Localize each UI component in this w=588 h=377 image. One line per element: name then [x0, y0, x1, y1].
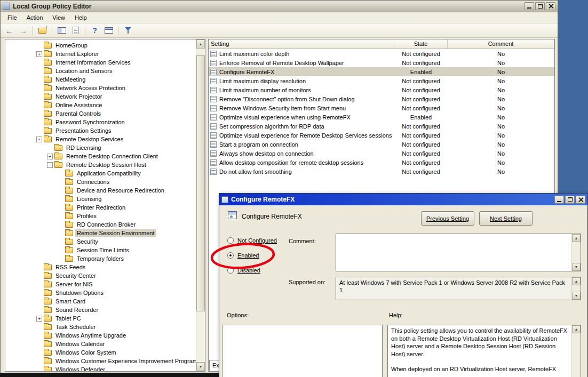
tree-item-remote-desktop-session-host[interactable]: -Remote Desktop Session Host — [5, 161, 196, 169]
folder-icon — [65, 188, 73, 194]
tree-item-internet-information-services[interactable]: Internet Information Services — [5, 58, 196, 67]
help-icon[interactable] — [89, 25, 101, 36]
column-header-state[interactable]: State — [394, 39, 448, 49]
folder-icon — [65, 196, 73, 202]
menu-help[interactable]: Help — [70, 13, 92, 22]
setting-row[interactable]: Limit maximum number of monitorsNot conf… — [209, 85, 554, 94]
next-setting-button[interactable]: Next Setting — [479, 211, 533, 226]
expand-icon[interactable]: + — [36, 51, 42, 57]
menu-view[interactable]: View — [47, 13, 70, 22]
action-pane-icon[interactable] — [102, 25, 115, 36]
forward-icon[interactable] — [17, 25, 29, 36]
tree-item-rss-feeds[interactable]: RSS Feeds — [5, 263, 196, 271]
tree-item-profiles[interactable]: Profiles — [5, 212, 196, 220]
tree-item-network-projector[interactable]: Network Projector — [5, 92, 196, 101]
setting-row[interactable]: Configure RemoteFXEnabledNo — [209, 67, 554, 76]
state-cell: Not configured — [394, 169, 448, 175]
tree-item-remote-session-environment[interactable]: Remote Session Environment — [5, 229, 196, 237]
scroll-down-icon[interactable]: ▼ — [196, 362, 205, 371]
tree-item-security-center[interactable]: Security Center — [5, 271, 196, 280]
maximize-icon[interactable] — [535, 2, 545, 10]
supported-scrollbar[interactable]: ▲ ▼ — [571, 277, 581, 300]
setting-row[interactable]: Optimize visual experience when using Re… — [209, 113, 554, 122]
tree-item-printer-redirection[interactable]: Printer Redirection — [5, 203, 196, 212]
tree-item-temporary-folders[interactable]: Temporary folders — [5, 254, 196, 263]
tree-item-rd-connection-broker[interactable]: RD Connection Broker — [5, 220, 196, 229]
filter-icon[interactable] — [122, 25, 134, 36]
tree-item-internet-explorer[interactable]: +Internet Explorer — [5, 50, 196, 58]
tree-item-location-and-sensors[interactable]: Location and Sensors — [5, 67, 196, 75]
comment-scrollbar[interactable]: ▲ ▼ — [571, 234, 581, 271]
collapse-icon[interactable]: - — [36, 137, 42, 142]
window-titlebar[interactable]: Local Group Policy Editor — [1, 1, 558, 12]
setting-row[interactable]: Limit maximum color depthNot configuredN… — [209, 49, 554, 58]
comment-textarea[interactable]: ▲ ▼ — [336, 234, 581, 271]
scroll-up-icon[interactable]: ▲ — [572, 277, 581, 285]
previous-setting-button[interactable]: Previous Setting — [421, 211, 474, 226]
tree-item-task-scheduler[interactable]: Task Scheduler — [5, 323, 196, 331]
column-header-setting[interactable]: Setting — [209, 39, 394, 49]
scroll-up-icon[interactable]: ▲ — [572, 234, 581, 242]
tree-item-windows-defender[interactable]: Windows Defender — [5, 365, 196, 371]
dialog-close-icon[interactable] — [576, 196, 585, 204]
tree-item-presentation-settings[interactable]: Presentation Settings — [5, 126, 196, 135]
tree-item-remote-desktop-connection-client[interactable]: +Remote Desktop Connection Client — [5, 152, 196, 161]
tree-item-online-assistance[interactable]: Online Assistance — [5, 101, 196, 109]
dialog-titlebar[interactable]: Configure RemoteFX — [219, 194, 587, 205]
tree-item-sound-recorder[interactable]: Sound Recorder — [5, 306, 196, 314]
tree-item-smart-card[interactable]: Smart Card — [5, 297, 196, 306]
setting-row[interactable]: Do not allow font smoothingNot configure… — [209, 167, 554, 176]
setting-row[interactable]: Always show desktop on connectionNot con… — [209, 149, 554, 158]
tree-item-session-time-limits[interactable]: Session Time Limits — [5, 246, 196, 254]
expand-icon[interactable]: + — [36, 316, 42, 322]
action-pane-glyph — [105, 27, 113, 34]
console-tree-icon[interactable] — [55, 25, 68, 36]
tree-scrollbar[interactable]: ▲ ▼ — [196, 39, 205, 371]
tree-item-netmeeting[interactable]: NetMeeting — [5, 75, 196, 84]
tree-item-homegroup[interactable]: HomeGroup — [5, 41, 196, 50]
tree-item-security[interactable]: Security — [5, 237, 196, 246]
setting-row[interactable]: Enforce Removal of Remote Desktop Wallpa… — [209, 58, 554, 67]
menu-action[interactable]: Action — [22, 13, 48, 22]
scroll-up-icon[interactable]: ▲ — [572, 325, 581, 333]
dialog-minimize-icon[interactable] — [554, 196, 564, 204]
tree-item-parental-controls[interactable]: Parental Controls — [5, 109, 196, 118]
scrollbar-thumb[interactable] — [196, 55, 205, 311]
tree-item-remote-desktop-services[interactable]: -Remote Desktop Services — [5, 135, 196, 143]
tree-item-windows-calendar[interactable]: Windows Calendar — [5, 340, 196, 348]
setting-row[interactable]: Limit maximum display resolutionNot conf… — [209, 76, 554, 85]
tree-item-application-compatibility[interactable]: Application Compatibility — [5, 169, 196, 178]
tree-item-server-for-nis[interactable]: Server for NIS — [5, 280, 196, 288]
tree-item-windows-anytime-upgrade[interactable]: Windows Anytime Upgrade — [5, 331, 196, 340]
setting-row[interactable]: Remove "Disconnect" option from Shut Dow… — [209, 94, 554, 103]
tree-item-windows-customer-experience-improvement-program[interactable]: Windows Customer Experience Improvement … — [5, 357, 196, 365]
close-icon[interactable] — [546, 2, 555, 10]
tree-item-rd-licensing[interactable]: RD Licensing — [5, 143, 196, 152]
back-icon[interactable] — [3, 25, 15, 36]
tree-item-shutdown-options[interactable]: Shutdown Options — [5, 288, 196, 297]
tree-item-connections[interactable]: Connections — [5, 178, 196, 186]
tree-item-licensing[interactable]: Licensing — [5, 195, 196, 203]
scroll-down-icon[interactable]: ▼ — [572, 292, 581, 300]
dialog-maximize-icon[interactable] — [565, 196, 575, 204]
column-header-comment[interactable]: Comment — [448, 39, 554, 49]
tree-item-windows-color-system[interactable]: Windows Color System — [5, 348, 196, 357]
tree-item-device-and-resource-redirection[interactable]: Device and Resource Redirection — [5, 186, 196, 195]
setting-row[interactable]: Remove Windows Security item from Start … — [209, 103, 554, 113]
tree-item-password-synchronization[interactable]: Password Synchronization — [5, 118, 196, 126]
expand-icon[interactable]: + — [47, 154, 53, 159]
up-level-icon[interactable] — [36, 25, 49, 36]
tree-item-tablet-pc[interactable]: +Tablet PC — [5, 314, 196, 323]
scroll-up-icon[interactable]: ▲ — [196, 39, 205, 49]
export-list-icon[interactable] — [69, 25, 82, 36]
tree-item-network-access-protection[interactable]: Network Access Protection — [5, 84, 196, 92]
minimize-icon[interactable] — [525, 2, 534, 10]
setting-row[interactable]: Optimize visual experience for Remote De… — [209, 131, 554, 140]
scroll-down-icon[interactable]: ▼ — [572, 263, 581, 271]
setting-row[interactable]: Allow desktop composition for remote des… — [209, 158, 554, 167]
menu-file[interactable]: File — [3, 13, 22, 22]
collapse-icon[interactable]: - — [47, 162, 53, 168]
setting-row[interactable]: Start a program on connectionNot configu… — [209, 140, 554, 149]
help-scrollbar[interactable]: ▲ ▼ — [571, 325, 581, 377]
setting-row[interactable]: Set compression algorithm for RDP dataNo… — [209, 122, 554, 131]
